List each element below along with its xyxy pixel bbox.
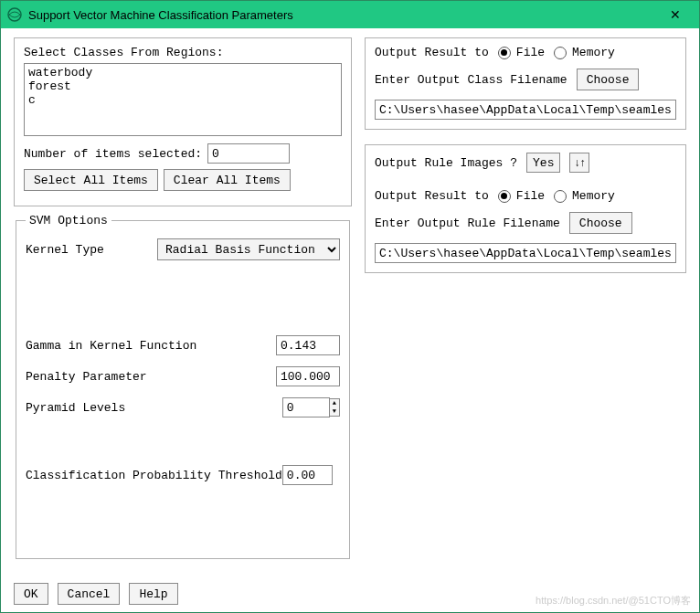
output-class-result-label: Output Result to [375,46,489,59]
threshold-label: Classification Probability Threshold [26,469,282,482]
window-title: Support Vector Machine Classification Pa… [28,8,657,22]
output-class-file-radio[interactable]: File [498,46,545,59]
output-class-filename-label: Enter Output Class Filename [375,73,567,87]
content-area: Select Classes From Regions: waterbody f… [1,28,699,612]
classes-panel: Select Classes From Regions: waterbody f… [14,37,352,206]
spinner-down-icon[interactable]: ▼ [330,407,339,416]
radio-checked-icon [498,47,511,59]
output-class-choose-button[interactable]: Choose [577,69,640,90]
svg-point-0 [8,8,21,21]
select-all-button[interactable]: Select All Items [24,169,158,191]
output-rule-panel: Output Rule Images ? Yes ↓↑ Output Resul… [365,144,686,273]
penalty-label: Penalty Parameter [26,370,276,384]
classes-listbox[interactable]: waterbody forest c [24,63,342,136]
output-class-memory-radio[interactable]: Memory [554,46,615,59]
output-rule-question: Output Rule Images ? [375,156,517,170]
output-class-filename-input[interactable] [375,100,676,120]
help-button[interactable]: Help [129,583,177,605]
footer: OK Cancel Help [14,577,686,605]
radio-unchecked-icon [554,47,567,59]
pyramid-spinner[interactable]: ▲ ▼ [282,397,340,417]
pyramid-label: Pyramid Levels [26,401,282,415]
output-rule-yes-toggle[interactable]: Yes [526,153,560,173]
swap-icon[interactable]: ↓↑ [569,153,589,173]
gamma-input[interactable] [276,335,340,355]
output-rule-result-label: Output Result to [375,189,489,203]
gamma-label: Gamma in Kernel Function [26,339,276,353]
output-rule-filename-input[interactable] [375,243,676,263]
window: Support Vector Machine Classification Pa… [0,0,700,613]
app-icon [6,6,23,23]
kernel-type-label: Kernel Type [26,243,157,257]
cancel-button[interactable]: Cancel [58,583,121,605]
kernel-type-select[interactable]: Radial Basis Function [157,238,340,260]
num-selected-label: Number of items selected: [24,147,202,161]
ok-button[interactable]: OK [14,583,48,605]
radio-checked-icon [498,190,511,203]
clear-all-button[interactable]: Clear All Items [164,169,291,191]
pyramid-input[interactable] [282,397,330,417]
classes-label: Select Classes From Regions: [24,46,342,59]
svm-options-panel: SVM Options Kernel Type Radial Basis Fun… [16,214,350,559]
output-rule-choose-button[interactable]: Choose [569,212,632,234]
threshold-input[interactable] [282,465,333,485]
radio-unchecked-icon [554,190,567,203]
close-button[interactable]: ✕ [657,7,694,22]
svm-legend: SVM Options [26,214,111,227]
spinner-up-icon[interactable]: ▲ [330,399,339,407]
output-rule-memory-radio[interactable]: Memory [554,189,615,203]
num-selected-field[interactable] [207,143,290,164]
output-rule-file-radio[interactable]: File [498,189,545,203]
output-class-panel: Output Result to File Memory Enter Outpu… [365,37,686,130]
penalty-input[interactable] [276,366,340,386]
output-rule-filename-label: Enter Output Rule Filename [375,217,560,230]
titlebar: Support Vector Machine Classification Pa… [1,1,699,28]
